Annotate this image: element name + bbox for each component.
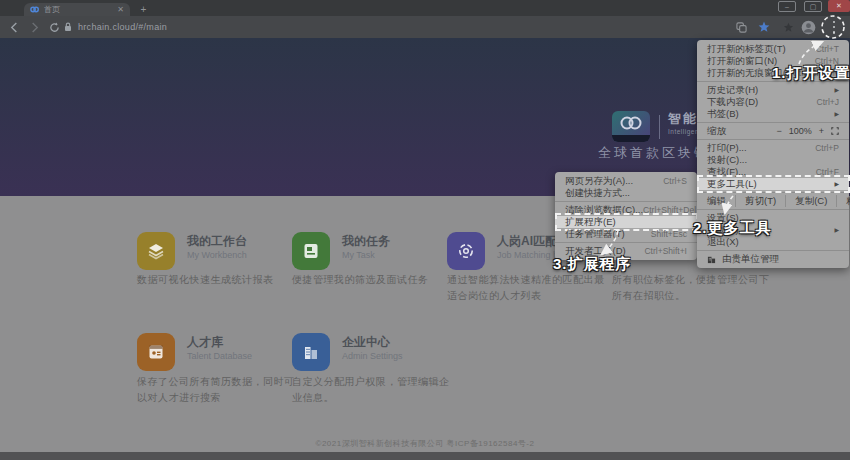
menu-item-create-shortcut[interactable]: 创建快捷方式... [555,187,697,199]
menu-item-shortcut: Ctrl+P [815,142,839,154]
card-title-talent[interactable]: 人才库 [187,334,223,351]
extension-pin-icon [783,22,794,33]
target-icon [456,241,476,261]
menu-item-cast[interactable]: 投射(C)... [697,154,849,166]
menu-item-more-tools[interactable]: 更多工具(L)▶ [697,178,849,190]
menu-item-bookmarks[interactable]: 书签(B)▶ [697,108,849,120]
menu-item-label: 投射(C)... [707,154,839,166]
card-subtitle-talent: Talent Database [187,351,252,361]
new-tab-button[interactable]: + [138,4,149,15]
menu-item-label: 更多工具(L) [707,178,830,190]
submenu-arrow-icon: ▶ [834,84,839,96]
menu-item-label: 历史记录(H) [707,84,830,96]
menu-item-downloads[interactable]: 下载内容(D)Ctrl+J [697,96,849,108]
menu-item-save-page[interactable]: 网页另存为(A)...Ctrl+S [555,175,697,187]
menu-item-print[interactable]: 打印(P)...Ctrl+P [697,142,849,154]
menu-item-shortcut: Ctrl+F [816,166,839,178]
zoom-out-button[interactable]: − [776,125,781,137]
menu-item-shortcut: Shift+Esc [651,228,687,240]
workbench-card-icon[interactable] [137,232,175,270]
back-arrow-icon [9,22,20,33]
annotation-step1: 1.打开设置 [772,64,850,83]
brand-rings-icon [612,111,650,135]
ai-match-card-icon[interactable] [447,232,485,270]
menu-item-history[interactable]: 历史记录(H)▶ [697,84,849,96]
bookmark-star-button[interactable] [756,16,772,38]
browser-window: 首页 ✕ + – ▢ ✕ hrchain.cloud/#/main [0,0,850,460]
menu-item-new-tab[interactable]: 打开新的标签页(T)Ctrl+T [697,43,849,55]
site-favicon-icon [30,5,39,14]
menu-divider [697,192,849,193]
card-desc-jobs: 所有职位标签化，便捷管理公司下所有在招职位。 [612,272,770,304]
pinned-extension-button[interactable] [780,16,796,38]
logo-band [612,135,650,142]
menu-item-find[interactable]: 查找(F)...Ctrl+F [697,166,849,178]
menu-item-task-manager[interactable]: 任务管理器(T)Shift+Esc [555,228,697,240]
menu-item-label: 扩展程序(E) [565,216,687,228]
tab-close-icon[interactable]: ✕ [117,6,124,14]
menu-item-zoom: 缩放 − 100% + [697,125,849,137]
card-subtitle-workbench: My Workbench [187,250,247,260]
menu-item-label: 任务管理器(T) [565,228,651,240]
zoom-in-button[interactable]: + [819,125,824,137]
close-icon: ✕ [828,0,850,11]
translate-page-button[interactable] [733,16,749,38]
profile-avatar-button[interactable] [800,16,816,38]
edit-copy-button[interactable]: 复制(C) [785,195,827,207]
annotation-step2: 2.更多工具 [693,219,772,238]
card-title-admin[interactable]: 企业中心 [342,334,390,351]
card-title-task[interactable]: 我的任务 [342,233,390,250]
menu-item-label: 清除浏览数据(C)... [565,204,643,216]
building-icon [301,342,321,362]
fullscreen-icon[interactable] [831,127,839,135]
address-bar[interactable]: hrchain.cloud/#/main [78,16,167,38]
card-desc-talent: 保存了公司所有简历数据，同时可以对人才进行搜索 [137,374,297,406]
edit-cut-button[interactable]: 剪切(T) [735,195,776,207]
card-title-workbench[interactable]: 我的工作台 [187,233,247,250]
admin-card-icon[interactable] [292,333,330,371]
edit-paste-button[interactable]: 粘贴(P) [836,195,850,207]
menu-item-label: 创建快捷方式... [565,187,687,199]
card-desc-task: 便捷管理我的筛选及面试任务 [292,272,452,288]
kebab-menu-icon [833,21,836,34]
card-title-ai-match[interactable]: 人岗AI匹配 [497,233,557,250]
window-minimize-button[interactable]: – [778,1,796,12]
menu-divider [555,201,697,202]
back-button[interactable] [6,16,22,38]
submenu-arrow-icon: ▶ [834,108,839,120]
browser-tab[interactable]: 首页 ✕ [24,3,130,16]
browser-menu-button[interactable] [829,16,839,38]
window-close-button[interactable]: ✕ [828,0,850,12]
forward-button[interactable] [26,16,42,38]
more-tools-submenu: 网页另存为(A)...Ctrl+S 创建快捷方式... 清除浏览数据(C)...… [555,172,697,260]
menu-item-label: 缩放 [707,125,776,137]
footer-copyright: ©2021深圳智科新创科技有限公司 粤ICP备19162584号-2 [0,438,850,449]
window-maximize-button[interactable]: ▢ [804,1,822,12]
browser-toolbar: hrchain.cloud/#/main [0,16,850,38]
menu-item-label: 查找(F)... [707,166,816,178]
menu-item-extensions[interactable]: 扩展程序(E) [555,216,697,228]
reload-button[interactable] [46,16,62,38]
translate-icon [736,22,747,33]
task-card-icon[interactable] [292,232,330,270]
managed-building-icon [707,255,716,264]
menu-item-managed-by-org[interactable]: 由贵单位管理 [697,253,849,265]
star-icon [758,21,770,33]
maximize-icon: ▢ [805,2,821,11]
minimize-icon: – [779,2,795,11]
menu-divider [697,122,849,123]
ssl-lock-icon[interactable] [62,16,74,38]
menu-item-label: 网页另存为(A)... [565,175,663,187]
menu-item-shortcut: Ctrl+T [816,43,839,55]
forward-arrow-icon [29,22,40,33]
lock-icon [64,22,72,32]
card-subtitle-admin: Admin Settings [342,351,403,361]
card-desc-admin: 自定义分配用户权限，管理编辑企业信息。 [292,374,452,406]
bottom-strip [0,452,850,460]
talent-card-icon[interactable] [137,333,175,371]
menu-item-label: 下载内容(D) [707,96,817,108]
tab-title: 首页 [44,4,117,15]
menu-item-label: 由贵单位管理 [722,253,839,265]
menu-item-clear-browsing-data[interactable]: 清除浏览数据(C)...Ctrl+Shift+Del [555,204,697,216]
menu-item-edit-group: 编辑 剪切(T) 复制(C) 粘贴(P) [697,195,849,207]
